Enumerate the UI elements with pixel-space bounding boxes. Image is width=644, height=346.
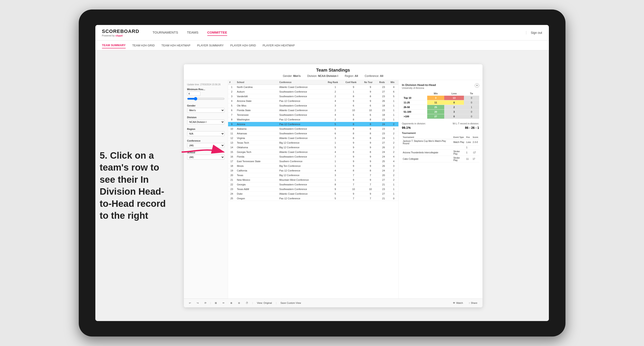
h2h-table: Win Loss Tie Top 10 3 13 0 11-25 11 8 0 [402, 91, 479, 119]
table-row[interactable]: 24 Duke Atlantic Coast Conference 5 9 9 … [228, 191, 398, 196]
tourn-col-name: Tournament [402, 136, 453, 139]
edit-button[interactable]: ✏ [221, 301, 226, 305]
tablet-frame: SCOREBOARD Powered by clippd TOURNAMENTS… [79, 9, 566, 337]
filter-sidebar: Update time: 27/03/2024 15:56:26 Minimum… [184, 80, 228, 299]
standings-table-area: # School Conference Reg Rank Conf Rank N… [228, 80, 398, 299]
remove-button[interactable]: ⊖ [236, 301, 242, 305]
table-row[interactable]: 22 Georgia Southeastern Conference 8 7 7… [228, 182, 398, 187]
subnav-team-h2h-grid[interactable]: TEAM H2H GRID [132, 43, 155, 48]
table-row[interactable]: 11 Arkansas Southeastern Conference 6 8 … [228, 131, 398, 136]
refresh-button[interactable]: ⟳ [203, 301, 208, 305]
subnav-player-summary[interactable]: PLAYER SUMMARY [197, 43, 224, 48]
table-row[interactable]: 17 East Tennessee State Southern Confere… [228, 159, 398, 164]
table-row[interactable]: 14 Oklahoma Big 12 Conference 5 9 9 26 2 [228, 145, 398, 150]
min-rounds-label: Minimum Rou... [187, 88, 224, 91]
table-row[interactable]: 2 Auburn Southeastern Conference 2 1 9 2… [228, 89, 398, 94]
h2h-title: In Division Head-to-Head [402, 83, 436, 87]
min-rounds-slider[interactable] [187, 97, 224, 101]
table-row[interactable]: 18 Illinois Big Ten Conference 1 9 9 26 … [228, 164, 398, 168]
logo-brand: clippd [116, 34, 122, 37]
tournament-row: Jackson T. Stephens Cup Men's Match-Play… [402, 139, 479, 145]
table-row[interactable]: 25 Oregon Pac-12 Conference 5 7 7 21 0 [228, 196, 398, 201]
redo-button[interactable]: ↪ [195, 301, 200, 305]
wlt-label: W-L-T record in-division: [453, 122, 479, 125]
table-row[interactable]: 15 Georgia Tech Atlantic Coast Conferenc… [228, 150, 398, 154]
col-rank: # [228, 80, 236, 85]
division-label: Division [187, 116, 224, 119]
table-row[interactable]: 9 Arizona Pac-12 Conference 5 8 8 24 2 [228, 122, 398, 126]
dashboard-toolbar: ↩ ↪ ⟳ | ⊞ ✏ ⊕ ⊖ ⏱ | View: Original | Sav… [184, 299, 482, 307]
table-row[interactable]: 21 New Mexico Mountain West Conference 1… [228, 177, 398, 182]
save-custom-view-button[interactable]: Save Custom View [279, 301, 303, 305]
instruction-body: Click on a team's row to see their In Di… [100, 150, 166, 221]
table-row[interactable]: 23 Texas A&M Southeastern Conference 9 1… [228, 187, 398, 191]
min-rounds-input[interactable] [187, 91, 200, 96]
opponents-label: Opponents in division: [402, 122, 426, 125]
subnav-team-h2h-heatmap[interactable]: TEAM H2H HEATMAP [161, 43, 190, 48]
subnav-player-h2h-heatmap[interactable]: PLAYER H2H HEATMAP [262, 43, 295, 48]
separator-1: | [210, 302, 211, 304]
dashboard-panel: Team Standings Gender: Men's Division: N… [184, 64, 482, 307]
separator-2: | [252, 302, 253, 304]
undo-button[interactable]: ↩ [187, 301, 193, 305]
nav-committee[interactable]: COMMITTEE [207, 29, 227, 36]
opponents-value: 99.1% [402, 126, 411, 130]
table-row[interactable]: 12 Virginia Atlantic Coast Conference 3 … [228, 136, 398, 140]
nav-tournaments[interactable]: TOURNAMENTS [152, 29, 178, 36]
tourn-col-pos: Pos [465, 136, 472, 139]
table-row[interactable]: 6 Florida State Atlantic Coast Conferenc… [228, 108, 398, 112]
filter-min-rounds: Minimum Rou... [187, 88, 224, 101]
table-row[interactable]: 10 Alabama Southeastern Conference 5 8 8… [228, 126, 398, 131]
h2h-header: In Division Head-to-Head University of A… [402, 83, 479, 89]
col-school: School [236, 80, 278, 85]
update-time: Update time: 27/03/2024 15:56:26 [187, 83, 224, 86]
filter-gender: Gender Men's [187, 104, 224, 113]
tournaments-table: Tournament Event Type Pos Score Jackson … [402, 136, 479, 163]
logo-area: SCOREBOARD Powered by clippd [102, 28, 139, 37]
filter-region-label: Region: All [345, 74, 358, 78]
h2h-row: 26-50 25 2 1 [402, 105, 479, 109]
nav-teams[interactable]: TEAMS [187, 29, 198, 36]
col-reg-rank: Reg Rank [326, 80, 344, 85]
table-row[interactable]: 19 California Pac-12 Conference 4 8 8 24… [228, 168, 398, 173]
watch-button[interactable]: 👁 Watch [451, 301, 465, 305]
view-original-button[interactable]: View: Original [255, 301, 274, 305]
col-no-tour: No Tour [363, 80, 378, 85]
division-select[interactable]: NCAA Division I [187, 120, 224, 124]
grid-button[interactable]: ⊞ [213, 301, 218, 305]
subnav-team-summary[interactable]: TEAM SUMMARY [102, 42, 126, 48]
table-row[interactable]: 13 Texas Tech Big 12 Conference 1 9 9 27… [228, 140, 398, 145]
h2h-col-win: Win [427, 91, 444, 96]
h2h-col-tie: Tie [464, 91, 479, 96]
table-row[interactable]: 20 Texas Big 12 Conference 3 7 7 20 2 [228, 173, 398, 177]
share-button[interactable]: ↑ Share [467, 301, 479, 305]
filter-division-label: Division: NCAA Division I [307, 74, 338, 78]
conference-label: Conference [187, 139, 224, 142]
add-button[interactable]: ⊕ [228, 301, 234, 305]
dashboard-body: Update time: 27/03/2024 15:56:26 Minimum… [184, 80, 482, 299]
h2h-close-button[interactable]: ✕ [475, 83, 479, 88]
table-row[interactable]: 16 Florida Southeastern Conference 7 9 9… [228, 154, 398, 159]
opponents-row-1: Opponents in division: W-L-T record in-d… [402, 122, 479, 125]
filter-region: Region N/A [187, 128, 224, 136]
region-select[interactable]: N/A [187, 131, 224, 136]
table-row[interactable]: 3 Vanderbilt Southeastern Conference 2 8… [228, 94, 398, 99]
sign-out-button[interactable]: Sign out [526, 31, 542, 34]
gender-select[interactable]: Men's [187, 108, 224, 113]
wlt-value: 86 - 26 - 1 [465, 126, 479, 130]
table-row[interactable]: 1 North Carolina Atlantic Coast Conferen… [228, 85, 398, 89]
subnav-player-h2h-grid[interactable]: PLAYER H2H GRID [230, 43, 256, 48]
sub-navigation: TEAM SUMMARY TEAM H2H GRID TEAM H2H HEAT… [95, 40, 549, 50]
main-content: 5. Click on a team's row to see their In… [95, 50, 549, 321]
table-row[interactable]: 8 Washington Pac-12 Conference 2 8 8 23 … [228, 117, 398, 122]
col-conference: Conference [278, 80, 326, 85]
dashboard-header: Team Standings Gender: Men's Division: N… [184, 64, 482, 80]
h2h-row: Top 10 3 13 0 [402, 96, 479, 100]
h2h-subtitle: University of Arizona [402, 87, 436, 89]
table-row[interactable]: 4 Arizona State Pac-12 Conference 4 9 9 … [228, 99, 398, 103]
table-row[interactable]: 7 Tennessee Southeastern Conference 4 6 … [228, 112, 398, 117]
table-row[interactable]: 5 Ole Miss Southeastern Conference 3 6 6… [228, 103, 398, 108]
top-navigation: SCOREBOARD Powered by clippd TOURNAMENTS… [95, 25, 549, 40]
time-button[interactable]: ⏱ [244, 301, 250, 305]
h2h-row: 11-25 11 8 0 [402, 100, 479, 105]
